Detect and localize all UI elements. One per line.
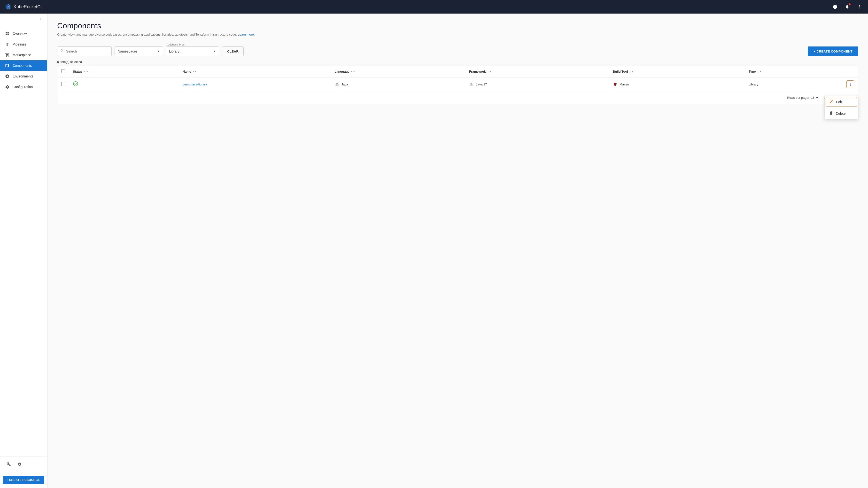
table-header: Status ▲▼ Name ▲▼ Langua [57,66,858,77]
topnav: KubeRocketCI [0,0,868,13]
framework-column-header[interactable]: Framework ▲▼ [465,66,609,77]
pagination: Rows per page: 15 ▼ 1–1 of 1 [57,91,858,104]
language-label: Java [341,83,348,86]
selection-info: 0 item(s) selected [57,60,858,64]
maven-build-tool-icon [613,82,618,87]
select-all-checkbox[interactable] [61,69,65,73]
info-button[interactable] [831,3,839,11]
component-link[interactable]: demo-java-library [183,83,207,86]
wrench-button[interactable] [5,460,12,468]
context-menu: Edit Delete [825,96,858,119]
sidebar-item-environments[interactable]: Environments [0,71,47,82]
table-row: demo-java-library ☕ Java ☕ Java 17 [57,77,858,91]
type-column-header[interactable]: Type ▲▼ [745,66,843,77]
table-container: Status ▲▼ Name ▲▼ Langua [57,66,858,104]
environments-icon [5,74,10,79]
sidebar-item-overview[interactable]: Overview [0,28,47,39]
build-tool-column-header[interactable]: Build Tool ▲▼ [609,66,745,77]
java17-framework-icon: ☕ [469,82,474,87]
clear-button[interactable]: CLEAR [222,46,244,56]
sidebar-item-components[interactable]: Components [0,60,47,71]
sidebar-item-label-overview: Overview [12,32,27,36]
topnav-icons [831,3,863,11]
sidebar-item-label-components: Components [12,64,32,68]
data-table: Status ▲▼ Name ▲▼ Langua [57,66,858,91]
context-menu-delete-label: Delete [836,111,845,116]
java-language-icon: ☕ [335,82,339,87]
select-all-header[interactable] [57,66,69,77]
namespace-select[interactable]: Namespaces ▼ [115,46,163,56]
pipelines-icon [5,42,10,47]
svg-point-8 [73,82,78,86]
configuration-icon [5,85,10,89]
type-label: Library [749,83,758,86]
row-checkbox[interactable] [61,82,65,86]
main-content: Components Create, view, and manage dive… [48,13,868,488]
sidebar-item-label-pipelines: Pipelines [12,42,26,46]
row-build-tool-cell: Maven [609,77,745,91]
sidebar-nav: Overview Pipelines Marketplace Component… [0,26,47,456]
codebase-type-value: Library [169,50,180,53]
sidebar-bottom [0,456,47,472]
overview-icon [5,31,10,36]
build-tool-sort-icon: ▲▼ [629,70,634,73]
context-menu-delete[interactable]: Delete [825,108,858,119]
sidebar-collapse-area [0,13,47,26]
notification-badge [848,3,850,5]
svg-point-1 [7,6,9,7]
codebase-type-group: Codebase Type Library ▼ [166,43,219,56]
sidebar: Overview Pipelines Marketplace Component… [0,13,48,488]
row-language-cell: ☕ Java [331,77,465,91]
toolbar: Namespaces ▼ Codebase Type Library ▼ CLE… [57,43,858,56]
language-sort-icon: ▲▼ [350,70,355,73]
page-description: Create, view, and manage diverse codebas… [57,33,858,36]
sidebar-collapse-button[interactable] [37,17,43,23]
sidebar-item-marketplace[interactable]: Marketplace [0,50,47,60]
table-body: demo-java-library ☕ Java ☕ Java 17 [57,77,858,91]
search-field[interactable] [57,46,112,56]
row-checkbox-cell[interactable] [57,77,69,91]
build-tool-label: Maven [620,83,629,86]
app-name: KubeRocketCI [13,4,42,9]
sidebar-item-configuration[interactable]: Configuration [0,82,47,92]
language-column-header[interactable]: Language ▲▼ [331,66,465,77]
framework-label: Java 17 [476,83,487,86]
row-name-cell[interactable]: demo-java-library [179,77,331,91]
settings-button[interactable] [16,460,23,468]
rows-per-page-label: Rows per page: [787,96,809,99]
status-active-icon [73,82,78,87]
layout: Overview Pipelines Marketplace Component… [0,13,868,488]
marketplace-icon [5,53,10,57]
create-resource-button[interactable]: + CREATE RESOURCE [3,476,44,484]
learn-more-link[interactable]: Learn more. [238,33,255,36]
delete-icon [829,111,833,116]
actions-column-header [843,66,858,77]
context-menu-edit[interactable]: Edit [826,97,857,107]
create-resource-label: + CREATE RESOURCE [6,478,40,482]
name-column-header[interactable]: Name ▲▼ [179,66,331,77]
create-component-button[interactable]: + CREATE COMPONENT [808,46,858,56]
more-menu-button[interactable] [856,3,863,11]
app-logo: KubeRocketCI [5,3,42,10]
name-sort-icon: ▲▼ [192,70,197,73]
row-type-cell: Library [745,77,843,91]
row-actions-cell[interactable] [843,77,858,91]
page-title: Components [57,21,858,30]
namespace-dropdown-arrow: ▼ [157,50,160,53]
codebase-type-select[interactable]: Library ▼ [166,46,219,56]
row-more-button[interactable] [846,80,854,88]
sidebar-item-pipelines[interactable]: Pipelines [0,39,47,50]
codebase-type-dropdown-arrow: ▼ [213,50,216,53]
notifications-button[interactable] [843,3,851,11]
rows-per-page-arrow: ▼ [815,96,818,99]
namespace-select-label: Namespaces [118,50,137,53]
sidebar-item-label-environments: Environments [12,74,33,78]
rows-per-page-select[interactable]: 15 ▼ [811,96,818,99]
search-icon [60,49,64,54]
status-column-header[interactable]: Status ▲▼ [69,66,179,77]
row-status-cell [69,77,179,91]
rows-per-page: Rows per page: 15 ▼ [787,96,818,99]
row-framework-cell: ☕ Java 17 [465,77,609,91]
search-input[interactable] [66,50,108,53]
context-menu-edit-label: Edit [836,100,842,104]
